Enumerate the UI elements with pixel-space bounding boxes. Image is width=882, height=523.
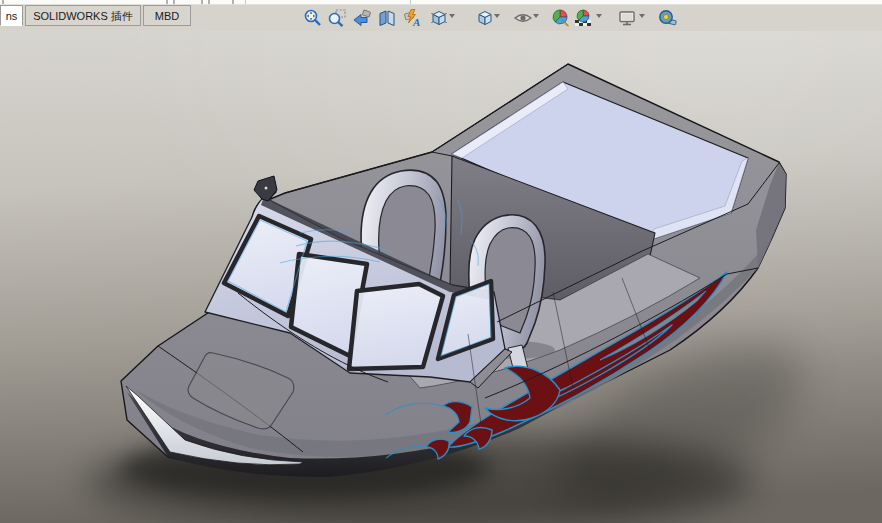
- previous-view-button[interactable]: [350, 6, 374, 30]
- edit-appearance-icon: [551, 8, 571, 28]
- svg-text:A: A: [412, 16, 420, 28]
- apply-scene-dropdown[interactable]: [596, 14, 602, 18]
- tab-add-ins[interactable]: ns: [0, 5, 23, 26]
- tab-solidworks-plugins[interactable]: SOLIDWORKS 插件: [25, 5, 141, 26]
- dynamic-annotation-views-button[interactable]: A: [400, 6, 424, 30]
- measure-icon: [657, 8, 677, 28]
- view-settings-dropdown[interactable]: [639, 14, 645, 18]
- hide-show-items-button[interactable]: [511, 6, 535, 30]
- hide-show-items-dropdown[interactable]: [533, 14, 539, 18]
- graphics-viewport[interactable]: [0, 0, 882, 523]
- view-orientation-icon: [429, 8, 449, 28]
- zoom-to-fit-icon: [303, 8, 323, 28]
- section-view-button[interactable]: [375, 6, 399, 30]
- zoom-to-area-button[interactable]: [325, 6, 349, 30]
- solidworks-window: ns SOLIDWORKS 插件 MBD A: [0, 0, 882, 523]
- edit-appearance-button[interactable]: [549, 6, 573, 30]
- view-orientation-dropdown[interactable]: [449, 14, 455, 18]
- tab-mbd[interactable]: MBD: [143, 5, 191, 26]
- view-orientation-button[interactable]: [427, 6, 451, 30]
- view-settings-button[interactable]: [615, 6, 639, 30]
- display-style-icon: [475, 8, 495, 28]
- previous-view-icon: [352, 8, 372, 28]
- zoom-to-area-icon: [327, 8, 347, 28]
- measure-button[interactable]: [655, 6, 679, 30]
- zoom-to-fit-button[interactable]: [301, 6, 325, 30]
- command-bar: ns SOLIDWORKS 插件 MBD A: [0, 0, 882, 31]
- section-view-icon: [377, 8, 397, 28]
- view-settings-icon: [617, 8, 637, 28]
- display-style-dropdown[interactable]: [494, 14, 500, 18]
- hide-show-items-icon: [513, 8, 533, 28]
- dynamic-annotation-views-icon: A: [402, 8, 422, 28]
- display-style-button[interactable]: [473, 6, 497, 30]
- apply-scene-icon: [573, 8, 593, 28]
- apply-scene-button[interactable]: [571, 6, 595, 30]
